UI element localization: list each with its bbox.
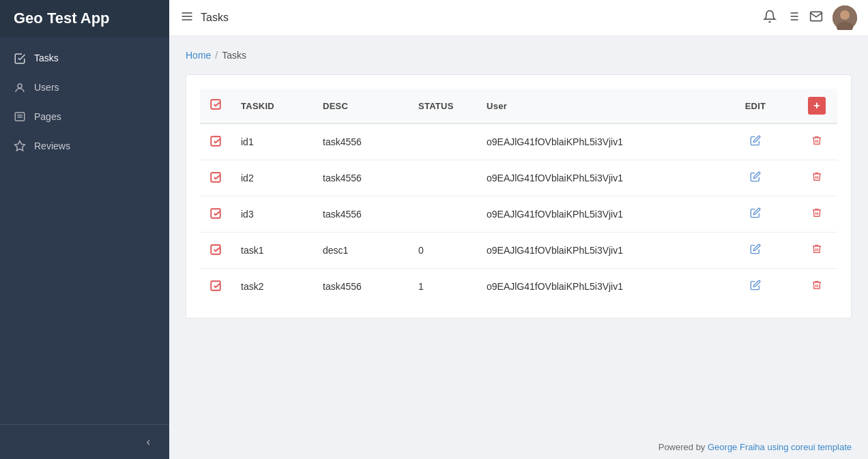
- main-content: Home / Tasks: [169, 36, 868, 459]
- edit-button[interactable]: [744, 132, 766, 151]
- svg-rect-17: [211, 100, 220, 109]
- footer: Powered by George Fraiha using coreui te…: [169, 435, 868, 459]
- row-status: [409, 160, 477, 196]
- row-checkbox[interactable]: [200, 269, 231, 305]
- col-header-checkbox: [200, 89, 231, 123]
- add-task-button[interactable]: +: [808, 97, 826, 115]
- col-header-add: +: [796, 89, 837, 123]
- row-taskid: task2: [231, 269, 313, 305]
- sidebar-item-tasks[interactable]: Tasks: [0, 44, 169, 73]
- svg-rect-22: [211, 281, 220, 291]
- breadcrumb-separator: /: [215, 50, 218, 61]
- tasks-table-body: id1 task4556 o9EAJlG41fOVblaiKPhL5i3Vjiv…: [200, 123, 837, 304]
- app-title: Geo Test App: [14, 10, 110, 27]
- row-delete-cell: [796, 196, 837, 233]
- row-user: o9EAJlG41fOVblaiKPhL5i3Vjiv1: [477, 196, 714, 233]
- row-desc: task4556: [313, 160, 409, 196]
- edit-button[interactable]: [744, 277, 766, 296]
- row-status: 0: [409, 233, 477, 269]
- breadcrumb: Home / Tasks: [186, 50, 852, 61]
- menu-toggle-icon[interactable]: [180, 10, 194, 27]
- svg-point-15: [840, 10, 850, 20]
- row-desc: task4556: [313, 123, 409, 160]
- delete-button[interactable]: [806, 132, 828, 151]
- row-desc: task4556: [313, 196, 409, 233]
- sidebar-pages-label: Pages: [34, 111, 61, 122]
- sidebar-item-users[interactable]: Users: [0, 73, 169, 102]
- row-delete-cell: [796, 233, 837, 269]
- delete-button[interactable]: [806, 205, 828, 224]
- row-delete-cell: [796, 160, 837, 196]
- sidebar-item-pages[interactable]: Pages: [0, 102, 169, 132]
- col-header-edit: EDIT: [714, 89, 796, 123]
- table-row: id3 task4556 o9EAJlG41fOVblaiKPhL5i3Vjiv…: [200, 196, 837, 233]
- avatar[interactable]: [833, 5, 857, 30]
- row-checkbox[interactable]: [200, 123, 231, 160]
- table-row: id1 task4556 o9EAJlG41fOVblaiKPhL5i3Vjiv…: [200, 123, 837, 160]
- sidebar-users-label: Users: [34, 82, 59, 93]
- table-row: task2 task4556 1 o9EAJlG41fOVblaiKPhL5i3…: [200, 269, 837, 305]
- table-header-row: TASKID DESC STATUS User EDIT +: [200, 89, 837, 123]
- row-user: o9EAJlG41fOVblaiKPhL5i3Vjiv1: [477, 160, 714, 196]
- col-header-desc: DESC: [313, 89, 409, 123]
- row-checkbox[interactable]: [200, 160, 231, 196]
- topbar-left: Tasks: [180, 10, 229, 27]
- delete-button[interactable]: [806, 168, 828, 188]
- notifications-icon[interactable]: [763, 10, 777, 27]
- row-user: o9EAJlG41fOVblaiKPhL5i3Vjiv1: [477, 269, 714, 305]
- row-status: [409, 123, 477, 160]
- users-icon: [14, 81, 26, 94]
- svg-point-0: [18, 84, 22, 88]
- row-checkbox[interactable]: [200, 196, 231, 233]
- row-checkbox[interactable]: [200, 233, 231, 269]
- brand-title: Geo Test App: [0, 0, 169, 37]
- row-delete-cell: [796, 269, 837, 305]
- table-row: task1 desc1 0 o9EAJlG41fOVblaiKPhL5i3Vji…: [200, 233, 837, 269]
- sidebar-tasks-label: Tasks: [34, 53, 59, 63]
- sidebar: Geo Test App Tasks Users: [0, 0, 169, 459]
- tasks-icon: [14, 52, 26, 65]
- edit-button[interactable]: [744, 168, 766, 188]
- svg-marker-4: [15, 141, 25, 151]
- row-desc: task4556: [313, 269, 409, 305]
- tasks-card: TASKID DESC STATUS User EDIT +: [186, 74, 852, 319]
- row-edit-cell: [714, 269, 796, 305]
- mail-icon[interactable]: [809, 10, 823, 27]
- delete-button[interactable]: [806, 241, 828, 260]
- row-edit-cell: [714, 160, 796, 196]
- header-checkbox-icon[interactable]: [209, 101, 222, 113]
- table-row: id2 task4556 o9EAJlG41fOVblaiKPhL5i3Vjiv…: [200, 160, 837, 196]
- sidebar-item-reviews[interactable]: Reviews: [0, 131, 169, 160]
- breadcrumb-home[interactable]: Home: [186, 50, 211, 61]
- row-desc: desc1: [313, 233, 409, 269]
- edit-button[interactable]: [744, 205, 766, 224]
- row-taskid: task1: [231, 233, 313, 269]
- list-icon[interactable]: [786, 10, 800, 27]
- row-edit-cell: [714, 123, 796, 160]
- tasks-table: TASKID DESC STATUS User EDIT +: [200, 89, 837, 304]
- svg-rect-18: [211, 136, 220, 146]
- collapse-button[interactable]: ‹: [141, 433, 156, 451]
- breadcrumb-current: Tasks: [222, 50, 246, 61]
- svg-rect-21: [211, 245, 220, 254]
- row-taskid: id3: [231, 196, 313, 233]
- row-user: o9EAJlG41fOVblaiKPhL5i3Vjiv1: [477, 233, 714, 269]
- edit-button[interactable]: [744, 241, 766, 260]
- svg-rect-19: [211, 173, 220, 182]
- row-edit-cell: [714, 196, 796, 233]
- content-area: Home / Tasks: [169, 36, 868, 435]
- reviews-icon: [14, 139, 26, 152]
- delete-button[interactable]: [806, 277, 828, 296]
- sidebar-reviews-label: Reviews: [34, 140, 70, 151]
- topbar-title: Tasks: [201, 12, 229, 24]
- row-taskid: id1: [231, 123, 313, 160]
- col-header-user: User: [477, 89, 714, 123]
- topbar-actions: [763, 5, 857, 30]
- sidebar-nav: Tasks Users Pages: [0, 37, 169, 424]
- footer-text: Powered by: [659, 442, 708, 452]
- topbar: Tasks: [169, 0, 868, 36]
- col-header-taskid: TASKID: [231, 89, 313, 123]
- svg-rect-20: [211, 209, 220, 218]
- row-delete-cell: [796, 123, 837, 160]
- footer-link[interactable]: George Fraiha using coreui template: [708, 442, 852, 452]
